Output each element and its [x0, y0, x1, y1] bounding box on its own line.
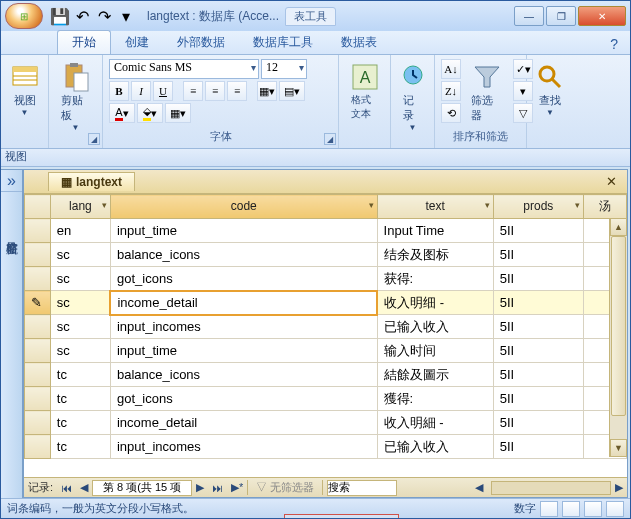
align-right-button[interactable]: ≡	[227, 81, 247, 101]
cell-lang[interactable]: tc	[50, 387, 110, 411]
records-button[interactable]: 记录 ▼	[397, 59, 428, 134]
font-color-button[interactable]: A▾	[109, 103, 135, 123]
row-selector[interactable]	[25, 339, 51, 363]
sort-asc-button[interactable]: A↓	[441, 59, 461, 79]
find-button[interactable]: 查找 ▼	[533, 59, 567, 119]
cell-text[interactable]: 已输入收入	[377, 315, 493, 339]
cell-text[interactable]: 结余及图标	[377, 243, 493, 267]
undo-icon[interactable]: ↶	[73, 7, 91, 25]
cell-lang[interactable]: en	[50, 219, 110, 243]
paste-button[interactable]: 剪贴板 ▼	[55, 59, 96, 134]
table-row[interactable]: tcincome_detail收入明細 -5II	[25, 411, 627, 435]
context-tools-tab[interactable]: 表工具	[285, 7, 336, 26]
format-text-button[interactable]: A 格式文本	[345, 59, 384, 123]
scroll-thumb[interactable]	[611, 236, 626, 416]
cell-code[interactable]: input_time	[110, 339, 377, 363]
bold-button[interactable]: B	[109, 81, 129, 101]
clipboard-launcher-icon[interactable]: ◢	[88, 133, 100, 145]
table-row[interactable]: eninput_timeInput Time5II	[25, 219, 627, 243]
vertical-scrollbar[interactable]: ▲ ▼	[609, 218, 627, 457]
row-selector[interactable]	[25, 267, 51, 291]
cell-code[interactable]: input_incomes	[110, 315, 377, 339]
cell-text[interactable]: 获得:	[377, 267, 493, 291]
datasheet-grid[interactable]: lang▾ code▾ text▾ prods▾ 汤 eninput_timeI…	[24, 194, 627, 477]
row-selector[interactable]	[25, 387, 51, 411]
cell-lang[interactable]: tc	[50, 435, 110, 459]
cell-lang[interactable]: sc	[50, 243, 110, 267]
font-name-combo[interactable]: Comic Sans MS	[109, 59, 259, 79]
close-button[interactable]: ✕	[578, 6, 626, 26]
help-icon[interactable]: ?	[606, 34, 622, 54]
cell-prods[interactable]: 5II	[493, 363, 583, 387]
font-launcher-icon[interactable]: ◢	[324, 133, 336, 145]
row-selector[interactable]	[25, 219, 51, 243]
gridlines-button[interactable]: ▦▾	[257, 81, 277, 101]
recnav-search-input[interactable]	[327, 480, 397, 496]
cell-code[interactable]: input_incomes	[110, 435, 377, 459]
table-row[interactable]: tcgot_icons獲得:5II	[25, 387, 627, 411]
cell-prods[interactable]: 5II	[493, 435, 583, 459]
cell-prods[interactable]: 5II	[493, 411, 583, 435]
table-row[interactable]: scgot_icons获得:5II	[25, 267, 627, 291]
cell-lang[interactable]: sc	[50, 339, 110, 363]
cell-prods[interactable]: 5II	[493, 243, 583, 267]
hscroll-track[interactable]	[491, 481, 611, 495]
cell-text[interactable]: 已输入收入	[377, 435, 493, 459]
filter-button[interactable]: 筛选器	[465, 59, 509, 125]
scroll-down-icon[interactable]: ▼	[610, 439, 627, 457]
cell-text[interactable]: Input Time	[377, 219, 493, 243]
cell-code[interactable]: balance_icons	[110, 243, 377, 267]
recnav-new-button[interactable]: ▶*	[227, 481, 247, 494]
tab-external-data[interactable]: 外部数据	[163, 31, 239, 54]
align-center-button[interactable]: ≡	[205, 81, 225, 101]
fill-color-button[interactable]: ⬙▾	[137, 103, 163, 123]
cell-prods[interactable]: 5II	[493, 291, 583, 315]
qat-more-icon[interactable]: ▾	[117, 7, 135, 25]
object-tab-langtext[interactable]: ▦ langtext	[48, 172, 135, 191]
cell-lang[interactable]: tc	[50, 363, 110, 387]
table-row[interactable]: ✎scincome_detail收入明细 -5II	[25, 291, 627, 315]
view-chart-button[interactable]	[584, 501, 602, 517]
column-header-prods[interactable]: prods▾	[493, 195, 583, 219]
tab-home[interactable]: 开始	[57, 30, 111, 54]
table-row[interactable]: tcbalance_icons結餘及圖示5II	[25, 363, 627, 387]
row-selector[interactable]	[25, 243, 51, 267]
recnav-position-input[interactable]	[92, 480, 192, 496]
column-header-lang[interactable]: lang▾	[50, 195, 110, 219]
column-header-extra[interactable]: 汤	[583, 195, 626, 219]
row-selector[interactable]: ✎	[25, 291, 51, 315]
column-header-code[interactable]: code▾	[110, 195, 377, 219]
table-row[interactable]: scinput_time输入时间5II	[25, 339, 627, 363]
cell-lang[interactable]: sc	[50, 291, 110, 315]
tab-create[interactable]: 创建	[111, 31, 163, 54]
cell-text[interactable]: 收入明細 -	[377, 411, 493, 435]
cell-code[interactable]: balance_icons	[110, 363, 377, 387]
cell-code[interactable]: income_detail	[110, 291, 377, 315]
column-header-text[interactable]: text▾	[377, 195, 493, 219]
row-selector[interactable]	[25, 363, 51, 387]
table-row[interactable]: scbalance_icons结余及图标5II	[25, 243, 627, 267]
cell-code[interactable]: got_icons	[110, 387, 377, 411]
cell-code[interactable]: income_detail	[110, 411, 377, 435]
row-selector[interactable]	[25, 411, 51, 435]
cell-text[interactable]: 獲得:	[377, 387, 493, 411]
altrow-button[interactable]: ▤▾	[279, 81, 305, 101]
row-selector[interactable]	[25, 435, 51, 459]
cell-prods[interactable]: 5II	[493, 267, 583, 291]
cell-text[interactable]: 输入时间	[377, 339, 493, 363]
table-row[interactable]: tcinput_incomes已输入收入5II	[25, 435, 627, 459]
cell-prods[interactable]: 5II	[493, 315, 583, 339]
cell-prods[interactable]: 5II	[493, 387, 583, 411]
save-icon[interactable]: 💾	[51, 7, 69, 25]
redo-icon[interactable]: ↷	[95, 7, 113, 25]
cell-lang[interactable]: sc	[50, 267, 110, 291]
cell-text[interactable]: 結餘及圖示	[377, 363, 493, 387]
recnav-prev-button[interactable]: ◀	[76, 481, 92, 494]
minimize-button[interactable]: —	[514, 6, 544, 26]
underline-button[interactable]: U	[153, 81, 173, 101]
hscroll-left-icon[interactable]: ◀	[471, 481, 487, 494]
cell-lang[interactable]: sc	[50, 315, 110, 339]
maximize-button[interactable]: ❐	[546, 6, 576, 26]
align-left-button[interactable]: ≡	[183, 81, 203, 101]
view-datasheet-button[interactable]	[540, 501, 558, 517]
